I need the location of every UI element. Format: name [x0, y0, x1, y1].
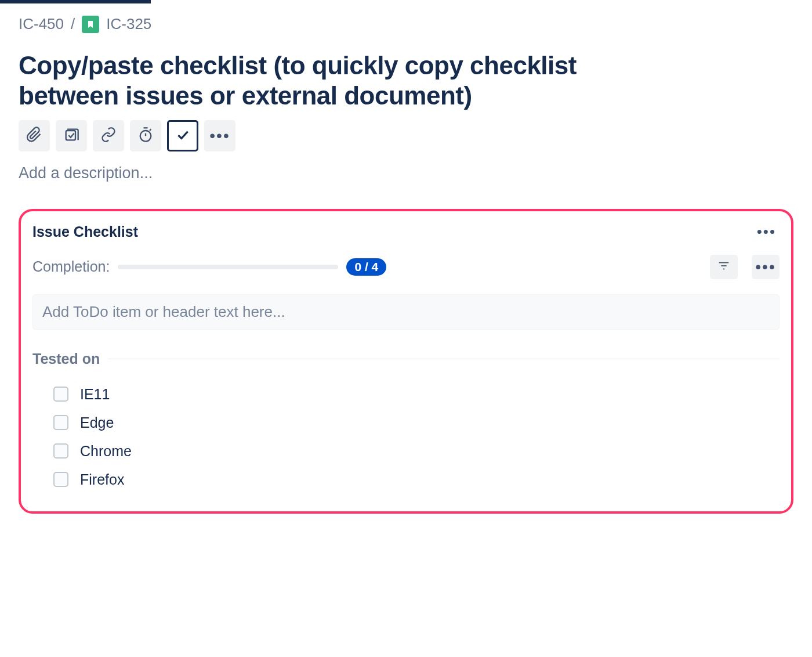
breadcrumb-parent-link[interactable]: IC-450	[19, 15, 64, 33]
more-icon: •••	[209, 127, 230, 145]
checklist-item-label: IE11	[80, 386, 110, 403]
stopwatch-icon	[137, 127, 154, 145]
checklist-item-label: Edge	[80, 414, 114, 431]
checklist-item-label: Chrome	[80, 443, 132, 460]
checklist-item-label: Firefox	[80, 471, 124, 488]
checklist-group-label: Tested on	[32, 351, 100, 367]
checklist-item[interactable]: Edge	[32, 409, 780, 437]
checkmark-icon	[175, 127, 190, 144]
breadcrumb-current-link[interactable]: IC-325	[106, 15, 151, 33]
checklist-controls-more-button[interactable]: •••	[752, 255, 780, 279]
vote-button[interactable]	[56, 120, 87, 151]
completion-label: Completion:	[32, 258, 110, 275]
checklist-header-more-button[interactable]: •••	[753, 223, 780, 241]
checkbox[interactable]	[53, 387, 68, 402]
issue-checklist-panel: Issue Checklist ••• Completion: 0 / 4 ••…	[19, 209, 793, 514]
svg-point-1	[140, 131, 151, 142]
attach-button[interactable]	[19, 120, 50, 151]
checklist-group-header: Tested on	[32, 351, 780, 367]
filter-button[interactable]	[710, 255, 738, 279]
vote-icon	[63, 127, 79, 145]
attachment-icon	[26, 127, 42, 145]
completion-badge: 0 / 4	[346, 258, 386, 276]
breadcrumb-separator: /	[71, 15, 75, 33]
issue-title[interactable]: Copy/paste checklist (to quickly copy ch…	[19, 50, 657, 111]
checklist-title: Issue Checklist	[32, 223, 138, 240]
more-icon: •••	[755, 258, 775, 276]
link-button[interactable]	[93, 120, 124, 151]
svg-rect-0	[66, 131, 75, 140]
filter-icon	[717, 259, 730, 275]
checkbox[interactable]	[53, 443, 68, 459]
checklist-item[interactable]: IE11	[32, 380, 780, 409]
checklist-button[interactable]	[167, 120, 198, 151]
checkbox[interactable]	[53, 415, 68, 430]
link-icon	[100, 127, 117, 145]
checklist-item[interactable]: Chrome	[32, 437, 780, 465]
completion-progress-bar	[118, 265, 338, 269]
more-actions-button[interactable]: •••	[204, 120, 235, 151]
description-field[interactable]: Add a description...	[19, 164, 793, 182]
timer-button[interactable]	[130, 120, 161, 151]
divider	[108, 359, 780, 359]
checkbox[interactable]	[53, 472, 68, 487]
add-todo-input[interactable]	[32, 294, 780, 330]
story-icon	[82, 16, 99, 33]
issue-toolbar: •••	[19, 120, 793, 151]
checklist-item[interactable]: Firefox	[32, 465, 780, 494]
breadcrumb: IC-450 / IC-325	[19, 15, 793, 33]
